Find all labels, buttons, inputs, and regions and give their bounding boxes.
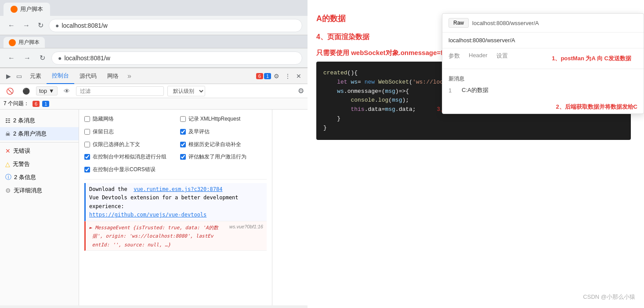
list-icon: ☷ — [5, 117, 11, 124]
filter-autocomplete: 根据历史记录自动补全 — [180, 139, 267, 150]
postman-header-url: localhost:8080/wsserver/A — [472, 20, 637, 26]
sidebar-item-errors[interactable]: ✕ 无错误 — [0, 144, 79, 158]
forward-button[interactable]: → — [20, 20, 33, 31]
filter-preserve-log-checkbox[interactable] — [84, 129, 90, 135]
filter-hide-network: 隐藏网络 — [84, 114, 171, 124]
msg-location: ws.vue?0bf1:16 — [229, 223, 263, 231]
filter-eager-eval-checkbox[interactable] — [180, 129, 186, 135]
filter-autocomplete-label: 根据历史记录自动补全 — [188, 141, 241, 148]
raw-button[interactable]: Raw — [449, 18, 469, 28]
console-messages-section: Download the vue.runtime.esm.js?c320:878… — [84, 179, 267, 251]
filter-hide-network-label: 隐藏网络 — [93, 115, 114, 123]
sidebar-debug-label: 无详细消息 — [14, 187, 42, 194]
filter-selected-context: 仅限已选择的上下文 — [84, 139, 171, 150]
second-favicon-icon — [9, 39, 16, 46]
postman-tabs: 参数 Header 设置 1、postMan 为A 向 C发送数据 — [442, 48, 644, 69]
user-icon: ☠ — [5, 131, 11, 137]
console-msg-vue-devtools: Download the vue.runtime.esm.js?c320:878… — [84, 183, 267, 221]
github-link[interactable]: https://github.com/vuejs/vue-devtools — [89, 212, 206, 218]
filter-user-activation: 评估触发了用户激活行为 — [180, 152, 267, 162]
console-settings-button[interactable]: ⚙ — [298, 87, 304, 95]
filter-cors-label: 在控制台中显示CORS错误 — [93, 166, 156, 173]
sidebar-messages-label: 2 条消息 — [13, 117, 35, 125]
more-tabs-icon[interactable]: » — [124, 72, 135, 80]
close-devtools-button[interactable]: ✕ — [293, 71, 304, 81]
sidebar-item-warnings[interactable]: △ 无警告 — [0, 158, 79, 171]
filter-input[interactable] — [76, 86, 164, 96]
second-tab-label: 用户脚本 — [18, 39, 40, 46]
postman-row-num: 1 — [449, 87, 457, 94]
sidebar-item-info[interactable]: ⓘ 2 条信息 — [0, 171, 79, 184]
console-msg-event: ws.vue?0bf1:16 ► MessageEvent {isTrusted… — [84, 221, 267, 251]
second-address-bar[interactable]: ● localhost:8081/w — [51, 51, 302, 65]
device-button[interactable]: ▭ — [14, 71, 25, 81]
second-browser-tab[interactable]: 用户脚本 — [4, 37, 45, 48]
filter-log-xhr-label: 记录 XMLHttpRequest — [188, 115, 241, 123]
address-bar[interactable]: ● localhost:8081/w — [49, 19, 302, 32]
top-selector[interactable]: top ▼ — [36, 86, 58, 95]
tab-sources[interactable]: 源代码 — [74, 69, 102, 84]
sidebar-warnings-label: 无警告 — [13, 160, 30, 168]
sidebar-user-messages-label: 2 条用户消息 — [13, 130, 47, 138]
second-forward-button[interactable]: → — [21, 52, 33, 64]
info-icon: ⓘ — [5, 173, 11, 181]
filter-autocomplete-checkbox[interactable] — [180, 142, 186, 147]
more-options-button[interactable]: ⋮ — [282, 71, 293, 81]
problems-label: 7 个问题： — [4, 100, 29, 107]
stop-button[interactable]: ⚫ — [20, 86, 33, 96]
second-refresh-button[interactable]: ↻ — [37, 52, 48, 64]
clear-console-button[interactable]: 🚫 — [4, 86, 16, 96]
vue-devtools-link[interactable]: vue.runtime.esm.js?c320:8784 — [134, 186, 222, 192]
postman-header: Raw localhost:8080/wsserver/A — [442, 14, 644, 33]
eye-button[interactable]: 👁 — [61, 86, 72, 96]
postman-popup: Raw localhost:8080/wsserver/A localhost:… — [442, 13, 644, 114]
console-sidebar: ☷ 2 条消息 ☠ 2 条用户消息 ✕ 无错误 △ 无警告 — [0, 110, 79, 305]
filter-user-activation-checkbox[interactable] — [180, 154, 186, 160]
filter-group-similar-checkbox[interactable] — [84, 154, 90, 160]
tab-network[interactable]: 网络 — [102, 69, 124, 84]
postman-tab-header[interactable]: Header — [469, 52, 488, 65]
filter-selected-context-label: 仅限已选择的上下文 — [93, 141, 140, 148]
postman-tab-settings[interactable]: 设置 — [496, 52, 508, 65]
postman-note1: 1、postMan 为A 向 C发送数据 — [546, 52, 637, 65]
browser-nav: ← → ↻ ● localhost:8081/w — [0, 16, 308, 35]
filter-group-similar: 在控制台中对相似消息进行分组 — [84, 152, 171, 162]
settings-button[interactable]: ⚙ — [271, 71, 282, 81]
level-select[interactable]: 默认级别 — [167, 86, 205, 96]
second-browser-nav: ← → ↻ ● localhost:8081/w — [0, 48, 308, 68]
back-button[interactable]: ← — [5, 20, 18, 31]
filter-hide-network-checkbox[interactable] — [84, 116, 90, 122]
debug-icon: ⚙ — [5, 187, 11, 194]
postman-new-message-label: 新消息 — [449, 73, 637, 84]
info-count-badge: 1 — [264, 73, 271, 79]
filter-user-activation-label: 评估触发了用户激活行为 — [188, 153, 246, 161]
postman-row-val: C:A的数据 — [462, 86, 488, 94]
sidebar-item-messages[interactable]: ☷ 2 条消息 — [0, 114, 79, 127]
filter-cors-checkbox[interactable] — [84, 167, 90, 172]
inspect-button[interactable]: ▶ — [4, 71, 14, 81]
tab-console[interactable]: 控制台 — [47, 68, 74, 84]
filter-selected-context-checkbox[interactable] — [84, 142, 90, 147]
code-line-1: created — [323, 70, 347, 76]
devtools-toolbar: ▶ ▭ 元素 控制台 源代码 网络 » 6 1 ⚙ ⋮ ✕ — [0, 68, 308, 84]
browser-tab[interactable]: 用户脚本 — [4, 3, 50, 16]
console-toolbar: 🚫 ⚫ top ▼ 👁 默认级别 ⚙ — [0, 84, 308, 98]
refresh-button[interactable]: ↻ — [35, 19, 46, 31]
sidebar-item-user-messages[interactable]: ☠ 2 条用户消息 — [0, 127, 79, 140]
filter-grid: 隐藏网络 记录 XMLHttpRequest 保留日志 及早评估 — [84, 114, 267, 175]
warn-icon: △ — [5, 161, 10, 168]
sidebar-item-debug[interactable]: ⚙ 无详细消息 — [0, 184, 79, 197]
problems-info-badge: 1 — [42, 101, 49, 107]
favicon-icon — [11, 6, 18, 13]
browser-tab-label: 用户脚本 — [20, 5, 43, 13]
lock-icon: ● — [55, 22, 59, 29]
filter-log-xhr-checkbox[interactable] — [180, 116, 186, 122]
postman-tab-params[interactable]: 参数 — [449, 52, 460, 65]
tab-elements[interactable]: 元素 — [25, 69, 47, 84]
second-lock-icon: ● — [58, 55, 62, 62]
filter-group-similar-label: 在控制台中对相似消息进行分组 — [93, 153, 166, 161]
second-url-text: localhost:8081/w — [64, 55, 110, 62]
postman-body: 新消息 1 C:A的数据 — [442, 69, 644, 100]
devtools-panel: ▶ ▭ 元素 控制台 源代码 网络 » 6 1 ⚙ ⋮ ✕ 🚫 ⚫ top ▼ … — [0, 68, 308, 305]
second-back-button[interactable]: ← — [5, 52, 18, 64]
